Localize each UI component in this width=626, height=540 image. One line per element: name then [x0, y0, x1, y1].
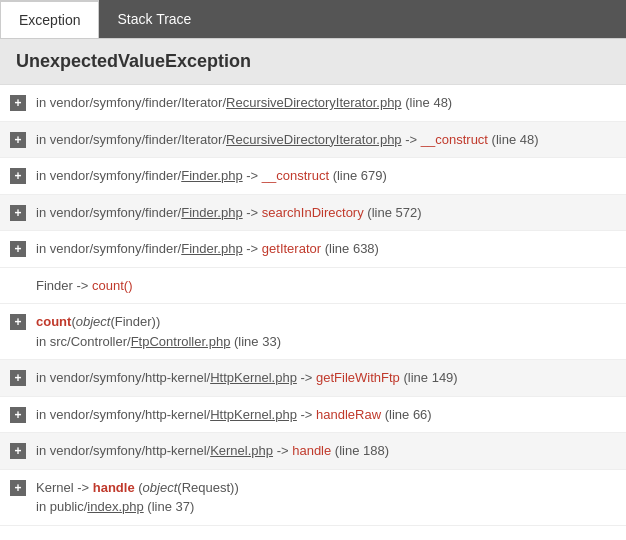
trace-item: + in vendor/symfony/finder/Finder.php ->…	[0, 195, 626, 232]
expand-button[interactable]: +	[10, 314, 26, 330]
method-link[interactable]: __construct	[262, 168, 329, 183]
trace-item: + Kernel -> handle (object(Request)) in …	[0, 470, 626, 526]
file-link[interactable]: HttpKernel.php	[210, 370, 297, 385]
count-fn: count	[36, 314, 71, 329]
trace-text: in vendor/symfony/finder/Finder.php -> s…	[36, 203, 616, 223]
method-link[interactable]: __construct	[421, 132, 488, 147]
trace-text: in vendor/symfony/finder/Finder.php -> g…	[36, 239, 616, 259]
expand-button[interactable]: +	[10, 407, 26, 423]
file-link[interactable]: HttpKernel.php	[210, 407, 297, 422]
trace-item: + in vendor/symfony/finder/Iterator/Recu…	[0, 122, 626, 159]
trace-subtext: in src/Controller/FtpController.php (lin…	[10, 332, 281, 352]
trace-text: in vendor/symfony/finder/Finder.php -> _…	[36, 166, 616, 186]
trace-item: + in vendor/symfony/finder/Finder.php ->…	[0, 231, 626, 268]
trace-text: in vendor/symfony/finder/Iterator/Recurs…	[36, 130, 616, 150]
file-link[interactable]: RecursiveDirectoryIterator.php	[226, 132, 402, 147]
trace-item: + in vendor/symfony/finder/Iterator/Recu…	[0, 85, 626, 122]
trace-text: in vendor/symfony/http-kernel/HttpKernel…	[36, 405, 616, 425]
trace-item: + in vendor/symfony/http-kernel/HttpKern…	[0, 397, 626, 434]
tab-stack-trace[interactable]: Stack Trace	[99, 0, 209, 38]
trace-item: + in vendor/symfony/http-kernel/Kernel.p…	[0, 433, 626, 470]
method-link[interactable]: searchInDirectory	[262, 205, 364, 220]
trace-text: count(object(Finder))	[36, 312, 160, 332]
method-link[interactable]: getIterator	[262, 241, 321, 256]
expand-button[interactable]: +	[10, 132, 26, 148]
method-link: count()	[92, 278, 132, 293]
file-link[interactable]: RecursiveDirectoryIterator.php	[226, 95, 402, 110]
method-link[interactable]: handleRaw	[316, 407, 381, 422]
file-link[interactable]: Kernel.php	[210, 443, 273, 458]
expand-button[interactable]: +	[10, 95, 26, 111]
expand-button[interactable]: +	[10, 241, 26, 257]
trace-text: Finder -> count()	[36, 276, 616, 296]
trace-list: + in vendor/symfony/finder/Iterator/Recu…	[0, 85, 626, 526]
expand-button[interactable]: +	[10, 443, 26, 459]
trace-item: + count(object(Finder)) in src/Controlle…	[0, 304, 626, 360]
tab-bar: Exception Stack Trace	[0, 0, 626, 39]
tab-exception[interactable]: Exception	[0, 0, 99, 38]
trace-item: Finder -> count()	[0, 268, 626, 305]
file-link[interactable]: Finder.php	[181, 168, 242, 183]
trace-item: + in vendor/symfony/http-kernel/HttpKern…	[0, 360, 626, 397]
exception-title: UnexpectedValueException	[0, 39, 626, 85]
file-link[interactable]: FtpController.php	[131, 334, 231, 349]
expand-button[interactable]: +	[10, 480, 26, 496]
file-link[interactable]: Finder.php	[181, 241, 242, 256]
method-link[interactable]: handle	[292, 443, 331, 458]
expand-button[interactable]: +	[10, 370, 26, 386]
file-link[interactable]: Finder.php	[181, 205, 242, 220]
method-link[interactable]: getFileWithFtp	[316, 370, 400, 385]
trace-text: in vendor/symfony/http-kernel/HttpKernel…	[36, 368, 616, 388]
expand-button[interactable]: +	[10, 168, 26, 184]
trace-text: Kernel -> handle (object(Request))	[36, 478, 239, 498]
trace-item: + in vendor/symfony/finder/Finder.php ->…	[0, 158, 626, 195]
trace-text: in vendor/symfony/http-kernel/Kernel.php…	[36, 441, 616, 461]
method-fn: handle	[93, 480, 135, 495]
file-link[interactable]: index.php	[87, 499, 143, 514]
trace-text: in vendor/symfony/finder/Iterator/Recurs…	[36, 93, 616, 113]
trace-subtext: in public/index.php (line 37)	[10, 497, 194, 517]
expand-button[interactable]: +	[10, 205, 26, 221]
